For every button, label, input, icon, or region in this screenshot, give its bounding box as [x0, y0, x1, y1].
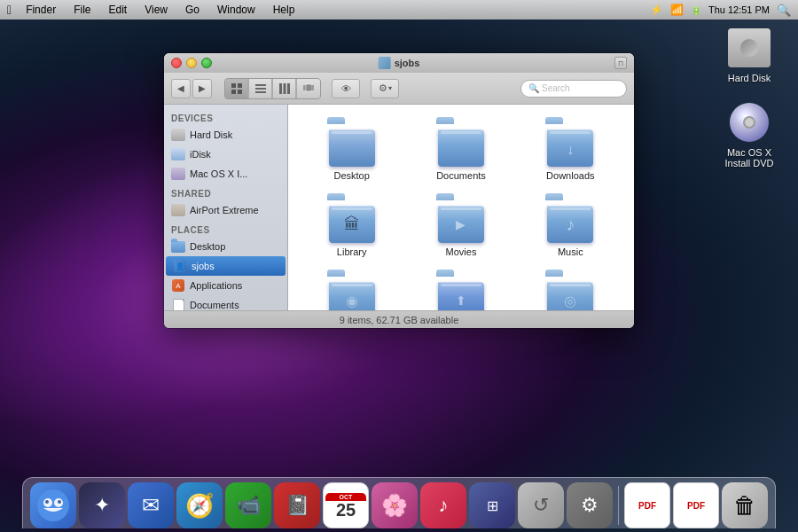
dock-item-sysprefs[interactable]: ⚙	[567, 482, 613, 528]
resize-button[interactable]: ⊓	[614, 57, 627, 69]
menu-help[interactable]: Help	[270, 2, 299, 18]
svg-rect-8	[283, 83, 286, 94]
dock-item-mail[interactable]: ✉	[128, 482, 174, 528]
macos-icon	[171, 167, 185, 181]
quick-look-button[interactable]: 👁	[332, 79, 360, 98]
search-box[interactable]: 🔍 Search	[520, 80, 627, 98]
library-label: Library	[337, 246, 367, 257]
view-icon-mode[interactable]	[225, 79, 248, 98]
file-item-documents[interactable]: Documents	[411, 118, 511, 185]
menu-window[interactable]: Window	[214, 2, 259, 18]
pdf2-dock-icon: PDF	[673, 482, 719, 528]
dock-item-ical[interactable]: OCT 25	[323, 482, 369, 528]
sidebar-item-applications[interactable]: A Applications	[164, 276, 287, 295]
desktop-icon-harddisk[interactable]: Hard Disk	[718, 27, 780, 83]
addressbook-dock-icon: 📓	[274, 482, 320, 528]
dashboard-dock-icon: ✦	[79, 482, 125, 528]
search-placeholder: Search	[542, 83, 570, 93]
sidebar-item-idisk[interactable]: iDisk	[164, 145, 287, 164]
movies-label: Movies	[446, 246, 477, 257]
sidebar-item-airport[interactable]: AirPort Extreme	[164, 200, 287, 220]
close-button[interactable]	[171, 58, 182, 68]
dock-item-facetime[interactable]: 📹	[225, 482, 271, 528]
file-grid: Desktop Documents	[297, 113, 625, 310]
sidebar-header-shared: SHARED	[164, 184, 287, 200]
sidebar-item-documents[interactable]: Documents	[164, 295, 287, 310]
svg-rect-0	[231, 83, 236, 88]
iphoto-dock-icon: 🌸	[372, 482, 418, 528]
file-item-sites[interactable]: Sites	[520, 270, 621, 310]
content-area: DEVICES Hard Disk iDisk Mac OS X I... SH…	[164, 105, 634, 310]
airport-icon	[171, 203, 185, 217]
finder-dock-icon	[30, 482, 76, 528]
documents-label: Documents	[436, 170, 486, 181]
dock-item-finder[interactable]	[30, 482, 76, 528]
battery-icon[interactable]: 🔋	[691, 5, 701, 15]
dock-item-iphoto[interactable]: 🌸	[372, 482, 418, 528]
ical-dock-icon: OCT 25	[323, 482, 369, 528]
user-icon: 👤	[173, 259, 187, 273]
file-item-movies[interactable]: Movies	[411, 194, 511, 262]
desktop-icon-dvd[interactable]: Mac OS X Install DVD	[718, 101, 780, 168]
folder-title-icon	[379, 57, 391, 69]
music-label: Music	[558, 246, 583, 257]
svg-rect-3	[238, 90, 242, 94]
file-item-public[interactable]: Public	[411, 270, 511, 310]
window-title: sjobs	[379, 57, 420, 69]
dock-item-trash[interactable]: 🗑	[722, 482, 768, 528]
dock-item-pdf1[interactable]: PDF	[624, 482, 670, 528]
menu-edit[interactable]: Edit	[105, 2, 130, 18]
menu-file[interactable]: File	[70, 2, 94, 18]
view-coverflow-mode[interactable]	[297, 79, 320, 98]
dock-item-addressbook[interactable]: 📓	[274, 482, 320, 528]
menu-go[interactable]: Go	[182, 2, 203, 18]
menubar:  Finder File Edit View Go Window Help ⚡…	[0, 0, 798, 20]
sidebar-item-sjobs[interactable]: 👤 sjobs	[166, 256, 286, 276]
file-item-library[interactable]: Library	[301, 194, 402, 262]
maximize-button[interactable]	[201, 58, 212, 68]
sidebar-item-macos[interactable]: Mac OS X I...	[164, 164, 287, 184]
svg-rect-6	[255, 91, 266, 93]
wifi-icon[interactable]: 📶	[670, 4, 684, 16]
back-button[interactable]: ◀	[171, 79, 191, 98]
dock-item-timemachine[interactable]: ↺	[518, 482, 564, 528]
desktop:  Finder File Edit View Go Window Help ⚡…	[0, 0, 798, 532]
sidebar-item-harddisk[interactable]: Hard Disk	[164, 125, 287, 145]
movies-folder	[436, 199, 486, 243]
menu-view[interactable]: View	[141, 2, 171, 18]
svg-point-17	[58, 500, 61, 504]
bluetooth-icon[interactable]: ⚡	[650, 4, 663, 16]
file-item-downloads[interactable]: Downloads	[520, 118, 621, 185]
spotlight-icon[interactable]: 🔍	[777, 4, 791, 17]
sidebar-item-desktop[interactable]: Desktop	[164, 237, 287, 256]
statusbar: 9 items, 62.71 GB available	[164, 310, 634, 328]
menu-finder[interactable]: Finder	[22, 2, 59, 18]
dock-item-dashboard[interactable]: ✦	[79, 482, 125, 528]
statusbar-text: 9 items, 62.71 GB available	[340, 315, 459, 325]
dock-item-safari[interactable]: 🧭	[176, 482, 223, 528]
dock-item-pdf2[interactable]: PDF	[673, 482, 719, 528]
harddisk-icon	[728, 27, 771, 69]
dock-item-itunes[interactable]: ♪	[420, 482, 466, 528]
svg-rect-5	[255, 88, 266, 90]
minimize-button[interactable]	[186, 58, 197, 68]
file-item-music[interactable]: Music	[520, 194, 621, 262]
view-list-mode[interactable]	[249, 79, 272, 98]
view-column-mode[interactable]	[273, 79, 296, 98]
traffic-lights	[171, 58, 212, 68]
dock: ✦ ✉ 🧭 📹 📓	[22, 477, 776, 528]
apple-menu[interactable]: 	[7, 3, 12, 17]
music-folder	[545, 199, 595, 243]
file-item-desktop[interactable]: Desktop	[301, 118, 402, 185]
sidebar-header-places: PLACES	[164, 220, 287, 237]
svg-point-13	[37, 489, 69, 521]
forward-button[interactable]: ▶	[192, 79, 212, 98]
file-item-pictures[interactable]: Pictures	[301, 270, 402, 310]
action-button[interactable]: ⚙ ▾	[371, 79, 399, 98]
view-mode-buttons	[224, 78, 321, 99]
dock-item-expose[interactable]: ⊞	[469, 482, 515, 528]
clock: Thu 12:51 PM	[708, 4, 770, 15]
menubar-items: Finder File Edit View Go Window Help	[22, 2, 298, 18]
safari-dock-icon: 🧭	[176, 482, 223, 528]
toolbar: ◀ ▶ 👁 ⚙	[164, 73, 634, 105]
